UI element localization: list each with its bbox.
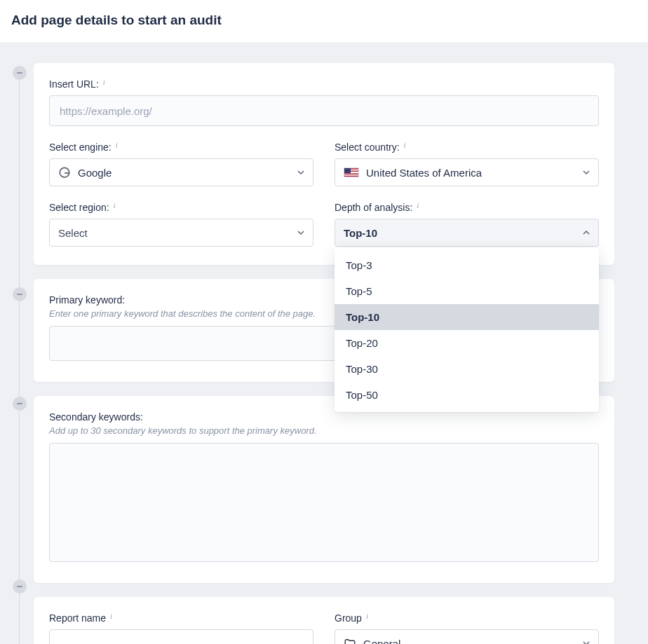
step-timeline (13, 63, 27, 644)
country-label-text: Select country: (335, 142, 400, 153)
chevron-down-icon (297, 229, 304, 236)
step-dot-4 (13, 580, 27, 594)
info-icon[interactable]: i (116, 141, 118, 149)
group-label: Group i (335, 612, 599, 624)
depth-label: Depth of analysis: i (335, 202, 599, 213)
region-label-text: Select region: (49, 202, 109, 213)
url-label: Insert URL: i (49, 78, 599, 90)
report-name-label: Report name i (49, 612, 313, 624)
card-report-meta: Report name i Group i Gene (34, 597, 614, 644)
depth-option[interactable]: Top-10 (335, 304, 599, 330)
region-value: Select (58, 227, 88, 239)
engine-label: Select engine: i (49, 142, 313, 153)
chevron-up-icon (583, 229, 590, 236)
depth-label-text: Depth of analysis: (335, 202, 412, 213)
secondary-keywords-label-text: Secondary keywords: (49, 411, 143, 423)
us-flag-icon (344, 167, 359, 177)
info-icon[interactable]: i (417, 201, 419, 210)
secondary-keywords-caption: Add up to 30 secondary keywords to suppo… (49, 425, 599, 436)
engine-select[interactable]: Google (49, 158, 313, 186)
depth-dropdown: Top-3Top-5Top-10Top-20Top-30Top-50 (335, 248, 599, 412)
region-label: Select region: i (49, 202, 313, 213)
info-icon[interactable]: i (366, 612, 368, 620)
google-icon (58, 166, 71, 179)
report-name-input[interactable] (49, 629, 313, 644)
country-value: United States of America (366, 167, 482, 179)
depth-option[interactable]: Top-30 (335, 356, 599, 382)
step-dot-3 (13, 397, 27, 411)
depth-option[interactable]: Top-3 (335, 252, 599, 278)
region-select[interactable]: Select (49, 219, 313, 247)
info-icon[interactable]: i (404, 141, 406, 149)
url-input[interactable] (49, 95, 599, 126)
engine-value: Google (78, 167, 112, 179)
step-dot-2 (13, 287, 27, 301)
step-dot-1 (13, 66, 27, 80)
url-label-text: Insert URL: (49, 78, 99, 90)
primary-keyword-label-text: Primary keyword: (49, 294, 125, 306)
depth-value: Top-10 (344, 227, 377, 239)
chevron-down-icon (583, 169, 590, 176)
secondary-keywords-label: Secondary keywords: (49, 411, 599, 423)
engine-label-text: Select engine: (49, 142, 112, 153)
country-label: Select country: i (335, 142, 599, 153)
info-icon[interactable]: i (114, 201, 116, 210)
group-select[interactable]: General (335, 629, 599, 644)
chevron-down-icon (583, 640, 590, 644)
secondary-keywords-input[interactable] (49, 443, 599, 562)
card-secondary-keywords: Secondary keywords: Add up to 30 seconda… (34, 396, 614, 583)
depth-option[interactable]: Top-20 (335, 330, 599, 356)
country-select[interactable]: United States of America (335, 158, 599, 186)
depth-option[interactable]: Top-50 (335, 382, 599, 408)
depth-option[interactable]: Top-5 (335, 278, 599, 304)
group-label-text: Group (335, 612, 362, 624)
info-icon[interactable]: i (103, 78, 105, 86)
report-name-label-text: Report name (49, 612, 106, 624)
page-title: Add page details to start an audit (11, 13, 637, 28)
card-page-setup: Insert URL: i Select engine: i Google (34, 63, 614, 265)
info-icon[interactable]: i (110, 612, 112, 620)
chevron-down-icon (297, 169, 304, 176)
depth-select[interactable]: Top-10 (335, 219, 599, 247)
folder-icon (344, 637, 356, 644)
group-value: General (363, 638, 400, 645)
